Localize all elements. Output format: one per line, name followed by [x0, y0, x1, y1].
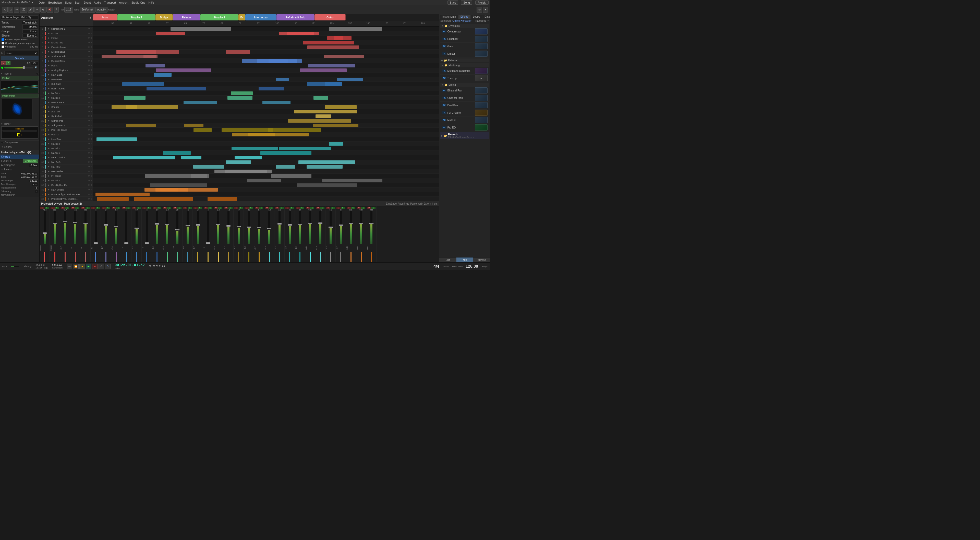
track-s-7[interactable]: S [91, 55, 92, 57]
track-m-7[interactable]: M [88, 55, 90, 57]
transport-prev[interactable]: ⏪ [73, 264, 79, 269]
section-refrain-mit-solo[interactable]: Refrain mit Solo [277, 14, 315, 21]
ch-mute-20[interactable]: M [234, 207, 239, 209]
stimmung-val[interactable]: 0 [35, 190, 38, 193]
block-22-0[interactable] [126, 124, 156, 127]
ch-mute-11[interactable]: M [142, 207, 146, 209]
block-37-0[interactable] [95, 193, 150, 196]
section-strophe-2[interactable]: Strophe 2 [200, 14, 239, 21]
compressor-header[interactable]: Compressor [1, 141, 38, 144]
track-m-23[interactable]: M [88, 129, 90, 131]
tool-mute[interactable]: 🔇 [46, 7, 53, 13]
ch-mute-21[interactable]: M [245, 207, 249, 209]
track-s-17[interactable]: S [91, 101, 92, 104]
track-header-31[interactable]: 31 ▶ Mai Tai 3 M S [40, 164, 93, 169]
ch-mute-3[interactable]: M [61, 207, 65, 209]
track-header-9[interactable]: 9 ▶ Pad X M S [40, 63, 93, 68]
fx-category-external-header[interactable]: ▶ 📁 External [440, 59, 489, 62]
ch-solo-9[interactable]: S [126, 207, 130, 209]
fx-proeq[interactable]: FX Pro EQ [440, 124, 489, 131]
block-9-0[interactable] [308, 64, 355, 67]
tab-datei[interactable]: Datei [482, 15, 490, 19]
track-header-13[interactable]: 13 ▶ Sub Bass M S [40, 82, 93, 86]
block-34-0[interactable] [247, 179, 281, 182]
block-38-1[interactable] [97, 197, 129, 201]
ch-mute-1[interactable]: M [40, 207, 45, 209]
track-m-9[interactable]: M [88, 64, 90, 67]
track-header-34[interactable]: 34 ▶ MaiTai x M S [40, 178, 93, 183]
event-insert-btn[interactable]: Einrechnen [23, 159, 38, 163]
block-34-1[interactable] [322, 179, 382, 182]
ch-mute-18[interactable]: M [214, 207, 218, 209]
track-s-4[interactable]: S [91, 41, 92, 44]
block-35-0[interactable] [297, 183, 357, 187]
ch-fader-20[interactable] [237, 226, 241, 227]
ch-fader-7[interactable] [104, 224, 108, 226]
toolbar-record[interactable]: ● [483, 7, 488, 13]
tool-eraser[interactable]: ⌫ [20, 7, 27, 13]
quantize-value[interactable]: 1/16 [64, 7, 73, 13]
ch-solo-18[interactable]: S [218, 207, 222, 209]
ch-solo-10[interactable]: S [137, 207, 141, 209]
track-header-5[interactable]: 5 ▶ Electric Snare M S [40, 45, 93, 49]
tool-paint[interactable]: 🖌 [27, 7, 34, 13]
block-14-0[interactable] [146, 87, 206, 91]
ueberlappungen-checkbox[interactable] [2, 42, 4, 45]
track-m-18[interactable]: M [88, 106, 90, 108]
ch-solo-32[interactable]: S [361, 207, 365, 209]
ch-solo-17[interactable]: S [208, 207, 212, 209]
block-29-0[interactable] [235, 156, 262, 159]
menu-spur[interactable]: Spur [75, 1, 80, 4]
track-m-8[interactable]: M [88, 60, 90, 62]
ch-fader-24[interactable] [277, 223, 282, 225]
block-3-1[interactable] [334, 36, 352, 40]
track-m-11[interactable]: M [88, 73, 90, 76]
ch-solo-33[interactable]: S [371, 207, 375, 209]
track-header-20[interactable]: 20 ▶ Synth-Pad M S [40, 114, 93, 118]
block-6-2[interactable] [117, 50, 179, 54]
track-header-30[interactable]: 30 ▶ Mai Tai 3 M S [40, 160, 93, 164]
ch-mute-6[interactable]: M [91, 207, 95, 209]
menu-transport[interactable]: Transport [104, 1, 116, 4]
block-2-1[interactable] [287, 32, 319, 35]
tool-pencil[interactable]: ✏ [14, 7, 19, 13]
block-20-0[interactable] [315, 115, 331, 118]
ch-solo-23[interactable]: S [269, 207, 274, 209]
track-s-32[interactable]: S [91, 170, 92, 172]
track-s-10[interactable]: S [91, 69, 92, 71]
transponieren-val[interactable]: 0 [35, 186, 38, 190]
block-35-1[interactable] [150, 183, 207, 187]
track-m-2[interactable]: M [88, 32, 90, 35]
track-s-6[interactable]: S [91, 51, 92, 53]
ch-solo-30[interactable]: S [341, 207, 345, 209]
pan-center[interactable]: <C> [31, 61, 38, 65]
track-s-31[interactable]: S [91, 166, 92, 168]
track-m-28[interactable]: M [88, 152, 90, 154]
menu-song-btn[interactable]: Song [461, 0, 472, 5]
inserts-power[interactable] [36, 73, 38, 75]
fx-tricomp[interactable]: FX Tricomp ● [440, 75, 489, 82]
arranger-note-icon[interactable]: ♪ [89, 15, 91, 20]
fx-gate[interactable]: FX Gate [440, 43, 489, 50]
block-29-2[interactable] [113, 156, 176, 159]
block-16-0[interactable] [228, 96, 253, 100]
block-27-1[interactable] [232, 147, 278, 150]
track-m-36[interactable]: M [88, 188, 90, 191]
block-22-2[interactable] [184, 124, 204, 127]
ch-solo-27[interactable]: S [310, 207, 314, 209]
section-intermezzo[interactable]: Intermezzo [245, 14, 277, 21]
ch-solo-14[interactable]: S [177, 207, 181, 209]
track-s-8[interactable]: S [91, 60, 92, 62]
inserts-header[interactable]: ▼ Inserts [1, 72, 38, 76]
block-14-1[interactable] [259, 87, 284, 91]
section-refrain[interactable]: Refrain [173, 14, 200, 21]
track-s-26[interactable]: S [91, 143, 92, 145]
ch-mute-29[interactable]: M [326, 207, 330, 209]
tab-instrumente[interactable]: Instrumente [440, 15, 458, 19]
fx-mixtool[interactable]: FX Mixtool [440, 116, 489, 124]
block-18-1[interactable] [111, 105, 137, 109]
tool-zoom[interactable]: ? [54, 7, 59, 13]
timestretch-value[interactable]: Drums [22, 25, 38, 29]
ch-mute-22[interactable]: M [255, 207, 259, 209]
track-s-23[interactable]: S [91, 129, 92, 131]
